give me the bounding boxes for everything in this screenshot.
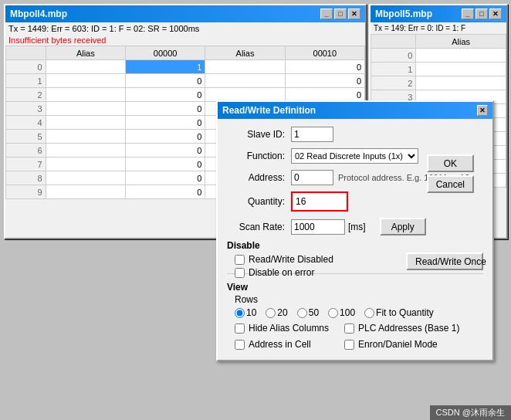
rows-100-option[interactable]: 100: [328, 307, 355, 318]
alias-cell: [46, 60, 125, 74]
slave-id-row: Slave ID:: [227, 127, 483, 142]
disable-section-label: Disable: [227, 240, 483, 251]
window1-status: Tx = 1449: Err = 603: ID = 1: F = 02: SR…: [5, 22, 365, 35]
quantity-label: Quantity:: [227, 196, 285, 207]
rows-20-option[interactable]: 20: [266, 307, 287, 318]
rows-20-label: 20: [277, 307, 287, 318]
row-index: 3: [6, 102, 46, 116]
ms-unit-label: [ms]: [348, 222, 366, 232]
apply-button[interactable]: Apply: [380, 218, 426, 235]
rows-radio-group: 10 20 50 100 Fit to Quantity: [235, 307, 483, 318]
alias-cell: [46, 88, 125, 102]
disable-error-checkbox[interactable]: [235, 268, 245, 278]
value1-cell: 0: [125, 102, 205, 116]
row-index: 9: [6, 185, 46, 199]
row-index: 4: [6, 116, 46, 130]
rows-10-option[interactable]: 10: [235, 307, 256, 318]
table-row: 0: [371, 49, 506, 63]
rw-once-button[interactable]: Read/Write Once: [406, 252, 483, 270]
alias-cell: [46, 116, 125, 130]
window1-controls: _ □ ✕: [320, 8, 360, 19]
table-row: 2: [371, 76, 506, 90]
view-col-left: Hide Alias Columns Address in Cell: [227, 323, 329, 352]
hide-alias-label: Hide Alias Columns: [249, 323, 329, 334]
disable-error-label: Disable on error: [249, 267, 314, 278]
value2-cell: 0: [285, 74, 364, 88]
window1-titlebar: Mbpoll4.mbp _ □ ✕: [5, 5, 365, 22]
col-alias1-header: Alias: [46, 46, 125, 60]
row-index: 5: [6, 130, 46, 144]
table-row: 100: [6, 74, 365, 88]
window1-title: Mbpoll4.mbp: [10, 8, 320, 19]
alias-cell: [416, 63, 506, 76]
window2-close[interactable]: ✕: [489, 8, 502, 19]
alias-cell: [46, 185, 125, 199]
w2-idx-header: [371, 35, 416, 49]
rows-fit-label: Fit to Quantity: [376, 307, 434, 318]
col-alias2-header: Alias: [205, 46, 285, 60]
value2-cell: 0: [285, 88, 364, 102]
alias2-cell: [205, 74, 285, 88]
row-index: 2: [6, 88, 46, 102]
dialog-body: OK Cancel Slave ID: Function: 01 Read Co…: [218, 119, 492, 360]
address-cell-checkbox[interactable]: [235, 340, 245, 350]
scan-rate-input[interactable]: [291, 219, 345, 235]
slave-id-input[interactable]: [291, 127, 333, 142]
watermark-text: CSDN @沐雨余生: [436, 408, 505, 417]
quantity-input[interactable]: [293, 194, 346, 209]
alias-cell: [416, 76, 506, 90]
rows-fit-option[interactable]: Fit to Quantity: [364, 307, 434, 318]
window1-maximize[interactable]: □: [334, 8, 347, 19]
value1-cell: 0: [125, 116, 205, 130]
row-index: 6: [6, 144, 46, 158]
cancel-button[interactable]: Cancel: [427, 175, 474, 193]
col-addr1-header: 00000: [125, 46, 205, 60]
alias-cell: [46, 74, 125, 88]
window2-status: Tx = 149: Err = 0: ID = 1: F: [371, 22, 506, 34]
w2-alias-header: Alias: [416, 35, 506, 49]
alias-cell: [46, 158, 125, 171]
plc-addresses-checkbox[interactable]: [344, 323, 354, 334]
dialog-close-button[interactable]: ✕: [477, 105, 488, 116]
window2-title: Mbpoll5.mbp: [375, 8, 462, 19]
rw-disabled-checkbox[interactable]: [235, 255, 245, 265]
alias-cell: [46, 144, 125, 158]
value2-cell: 0: [285, 60, 364, 74]
window2-restore[interactable]: □: [475, 8, 488, 19]
alias-cell: [46, 130, 125, 144]
ok-button[interactable]: OK: [427, 154, 474, 172]
value1-cell: 0: [125, 185, 205, 199]
row-index: 1: [6, 74, 46, 88]
hide-alias-checkbox[interactable]: [235, 323, 245, 334]
alias-cell: [46, 102, 125, 116]
enron-checkbox[interactable]: [344, 340, 354, 350]
function-select[interactable]: 01 Read Coils (0x)02 Read Discrete Input…: [291, 148, 418, 164]
window1-error: Insufficient bytes received: [5, 35, 365, 46]
value1-cell: 0: [125, 88, 205, 102]
scan-rate-row: Scan Rate: [ms] Apply: [227, 218, 483, 235]
alias2-cell: [205, 60, 285, 74]
value1-cell: 0: [125, 171, 205, 185]
row-index: 2: [371, 76, 416, 90]
rows-50-option[interactable]: 50: [297, 307, 319, 318]
value1-cell: 1: [125, 60, 205, 74]
window1-close[interactable]: ✕: [348, 8, 360, 19]
enron-row: Enron/Daniel Mode: [344, 339, 459, 350]
window2-minimize[interactable]: _: [462, 8, 474, 19]
rows-10-label: 10: [246, 307, 256, 318]
function-label: Function:: [227, 151, 285, 161]
window1-minimize[interactable]: _: [320, 8, 333, 19]
quantity-input-wrapper: [291, 191, 348, 212]
value1-cell: 0: [125, 144, 205, 158]
table-row: 200: [6, 88, 365, 102]
col-index-header: [6, 46, 46, 60]
quantity-row: Quantity:: [227, 191, 483, 212]
dialog-content: OK Cancel Slave ID: Function: 01 Read Co…: [227, 127, 483, 352]
table-row: 010: [6, 60, 365, 74]
address-cell-row: Address in Cell: [235, 339, 329, 350]
address-input[interactable]: [291, 170, 333, 185]
plc-addresses-row: PLC Addresses (Base 1): [344, 323, 459, 334]
row-index: 0: [6, 60, 46, 74]
rw-disabled-label: Read/Write Disabled: [249, 254, 333, 265]
alias-cell: [46, 171, 125, 185]
